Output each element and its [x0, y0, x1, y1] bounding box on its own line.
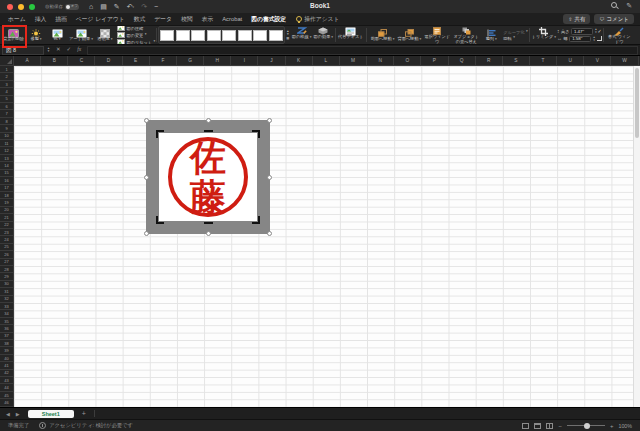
row-header[interactable]: 37	[0, 333, 13, 340]
column-header[interactable]: N	[367, 56, 394, 65]
zoom-percentage[interactable]: 100%	[618, 423, 632, 429]
add-sheet-button[interactable]: +	[82, 410, 86, 417]
crop-mark-icon[interactable]	[204, 222, 213, 224]
ribbon-tab[interactable]: ページ レイアウト	[76, 15, 125, 24]
corrections-button[interactable]: 修整▾	[26, 28, 46, 42]
picture-style-thumbnail[interactable]	[191, 30, 205, 41]
crop-mark-icon[interactable]	[252, 130, 260, 138]
width-stepper[interactable]: ▲▼	[593, 36, 596, 42]
row-header[interactable]: 8	[0, 118, 13, 125]
alt-text-button[interactable]: 代替テキスト	[337, 26, 365, 44]
print-icon[interactable]: ✎	[114, 3, 120, 10]
row-header[interactable]: 5	[0, 96, 13, 103]
transparency-button[interactable]: 透明度▾	[95, 28, 115, 42]
row-header[interactable]: 30	[0, 281, 13, 288]
tell-me-assist[interactable]: 操作アシスト	[296, 15, 339, 24]
resize-handle[interactable]	[144, 175, 149, 180]
zoom-out-icon[interactable]: −	[558, 423, 562, 429]
resize-handle[interactable]	[144, 118, 149, 123]
ribbon-tab[interactable]: ホーム	[8, 15, 26, 24]
row-header[interactable]: 36	[0, 325, 13, 332]
column-header[interactable]: K	[286, 56, 313, 65]
row-header[interactable]: 3	[0, 81, 13, 88]
row-header[interactable]: 18	[0, 192, 13, 199]
picture-border-button[interactable]: 図の枠線▾	[291, 26, 313, 44]
zoom-slider-thumb[interactable]	[584, 423, 590, 429]
normal-view-icon[interactable]	[522, 423, 529, 429]
ribbon-tab[interactable]: 校閲	[181, 15, 193, 24]
row-header[interactable]: 7	[0, 110, 13, 117]
row-header[interactable]: 31	[0, 288, 13, 295]
row-header[interactable]: 39	[0, 347, 13, 354]
worksheet-grid[interactable]: 1234567891011121314151617181920212223242…	[0, 66, 640, 407]
ribbon-tab[interactable]: Acrobat	[222, 16, 242, 22]
row-header[interactable]: 32	[0, 296, 13, 303]
column-header[interactable]: S	[503, 56, 530, 65]
zoom-window-button[interactable]	[29, 4, 35, 10]
column-header[interactable]: C	[68, 56, 95, 65]
row-header[interactable]: 16	[0, 177, 13, 184]
resize-handle[interactable]	[267, 118, 272, 123]
cells-area[interactable]	[14, 66, 640, 407]
crop-mark-icon[interactable]	[204, 130, 213, 132]
column-header[interactable]: E	[123, 56, 150, 65]
column-header[interactable]: U	[557, 56, 584, 65]
row-header[interactable]: 40	[0, 355, 13, 362]
column-header[interactable]: T	[530, 56, 557, 65]
picture-style-thumbnail[interactable]	[176, 30, 190, 41]
insert-function-icon[interactable]: fx	[77, 47, 81, 53]
row-header[interactable]: 41	[0, 362, 13, 369]
name-box-stepper[interactable]: ▲▼	[47, 47, 50, 53]
page-layout-view-icon[interactable]	[534, 423, 541, 429]
crop-mark-icon[interactable]	[156, 216, 164, 224]
picture-style-thumbnail[interactable]	[160, 30, 174, 41]
crop-mark-icon[interactable]	[252, 216, 260, 224]
picture-style-thumbnail[interactable]	[269, 30, 283, 41]
picture-style-thumbnail[interactable]	[253, 30, 267, 41]
column-header[interactable]: B	[41, 56, 68, 65]
resize-handle[interactable]	[206, 118, 211, 123]
row-header[interactable]: 9	[0, 125, 13, 132]
save-icon[interactable]: ▤	[100, 3, 107, 10]
column-header[interactable]: I	[231, 56, 258, 65]
home-icon[interactable]: ⌂	[89, 3, 93, 10]
ribbon-tab[interactable]: 描画	[55, 15, 67, 24]
row-header[interactable]: 45	[0, 392, 13, 399]
row-header[interactable]: 23	[0, 229, 13, 236]
row-header[interactable]: 20	[0, 207, 13, 214]
row-header[interactable]: 12	[0, 147, 13, 154]
crop-button[interactable]: トリミング▾	[531, 26, 557, 44]
picture-effects-button[interactable]: 図の効果▾	[312, 26, 334, 44]
zoom-in-icon[interactable]: +	[610, 423, 614, 429]
resize-handle[interactable]	[267, 231, 272, 236]
select-all-button[interactable]	[0, 56, 14, 65]
sheet-prev-icon[interactable]: ◀	[6, 411, 10, 417]
row-header[interactable]: 11	[0, 140, 13, 147]
row-header[interactable]: 42	[0, 370, 13, 377]
row-header[interactable]: 15	[0, 170, 13, 177]
height-input[interactable]: 1.47"	[571, 28, 593, 35]
column-header[interactable]: F	[150, 56, 177, 65]
bring-forward-button[interactable]: 前面へ移動▾	[370, 28, 396, 42]
picture-style-thumbnail[interactable]	[238, 30, 252, 41]
enter-icon[interactable]: ✓	[67, 47, 72, 53]
row-header[interactable]: 10	[0, 133, 13, 140]
artistic-effects-button[interactable]: アート効果▾	[68, 28, 94, 42]
change-picture-button[interactable]: 図の変更▾	[117, 32, 155, 38]
sheet-next-icon[interactable]: ▶	[16, 411, 20, 417]
column-header[interactable]: D	[95, 56, 122, 65]
ribbon-tab[interactable]: データ	[154, 15, 172, 24]
column-header[interactable]: O	[394, 56, 421, 65]
row-header[interactable]: 17	[0, 185, 13, 192]
resize-handle[interactable]	[206, 231, 211, 236]
column-header[interactable]: V	[584, 56, 611, 65]
ribbon-tab[interactable]: 表示	[202, 15, 214, 24]
color-button[interactable]: 色▾	[47, 28, 67, 42]
rotate-button[interactable]: 回転▾	[503, 36, 528, 41]
column-header[interactable]: P	[421, 56, 448, 65]
close-window-button[interactable]	[7, 4, 13, 10]
picture-style-thumbnail[interactable]	[207, 30, 221, 41]
row-header[interactable]: 22	[0, 222, 13, 229]
column-header[interactable]: R	[476, 56, 503, 65]
row-header[interactable]: 1	[0, 66, 13, 73]
